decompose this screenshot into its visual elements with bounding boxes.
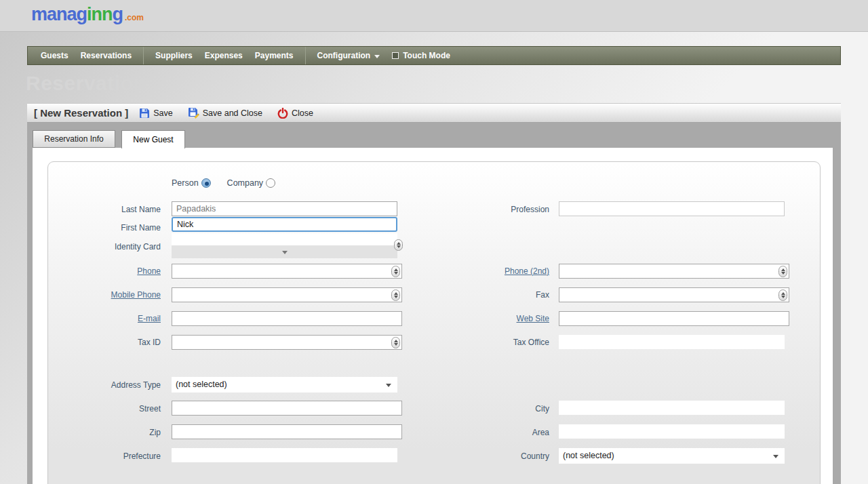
first-name-input[interactable] xyxy=(172,217,397,232)
logo-text-inn: inn xyxy=(87,4,113,24)
tab-new-guest[interactable]: New Guest xyxy=(121,130,185,148)
close-icon xyxy=(277,108,288,119)
person-radio[interactable] xyxy=(201,178,211,188)
fax-label: Fax xyxy=(434,289,549,300)
nav-item-configuration[interactable]: Configuration xyxy=(311,51,387,60)
company-radio[interactable] xyxy=(266,178,275,188)
nav-separator xyxy=(143,47,144,64)
mobile-phone-label-link[interactable]: Mobile Phone xyxy=(27,289,161,300)
chevron-down-icon xyxy=(386,384,391,387)
record-context-label: [ New Reservation ] xyxy=(34,107,128,119)
main-navbar: Guests Reservations Suppliers Expenses P… xyxy=(27,46,841,65)
tax-id-input[interactable] xyxy=(172,335,402,350)
close-button[interactable]: Close xyxy=(277,108,313,119)
city-label: City xyxy=(434,403,549,414)
identity-card-dropdown[interactable] xyxy=(172,245,397,258)
web-site-label-link[interactable]: Web Site xyxy=(434,313,549,324)
area-input[interactable] xyxy=(559,424,785,439)
company-radio-label: Company xyxy=(227,178,264,188)
configuration-label: Configuration xyxy=(317,51,371,60)
prefecture-input[interactable] xyxy=(172,448,397,462)
chevron-down-icon xyxy=(282,251,288,254)
identity-card-label: Identity Card xyxy=(27,241,161,252)
area-label: Area xyxy=(434,427,549,438)
phone-spinner[interactable] xyxy=(391,266,400,277)
phone-2nd-spinner[interactable] xyxy=(778,266,787,277)
app-screen: managinng.com Guests Reservations Suppli… xyxy=(0,0,868,484)
mobile-phone-spinner[interactable] xyxy=(391,289,400,301)
phone-2nd-input[interactable] xyxy=(559,264,789,279)
save-and-close-button[interactable]: Save and Close xyxy=(188,107,262,119)
save-button-label: Save xyxy=(153,108,173,118)
address-type-select[interactable]: (not selected) xyxy=(172,377,397,392)
tax-office-label: Tax Office xyxy=(434,337,549,348)
person-radio-label: Person xyxy=(172,178,199,188)
mobile-phone-input[interactable] xyxy=(172,287,402,302)
nav-item-guests[interactable]: Guests xyxy=(35,51,75,60)
zip-input[interactable] xyxy=(172,424,402,439)
close-button-label: Close xyxy=(292,108,313,118)
fax-input[interactable] xyxy=(559,287,789,302)
phone-2nd-label-link[interactable]: Phone (2nd) xyxy=(434,266,549,277)
save-button[interactable]: Save xyxy=(139,108,173,119)
city-input[interactable] xyxy=(559,401,785,415)
last-name-label: Last Name xyxy=(27,204,161,215)
country-select[interactable]: (not selected) xyxy=(559,448,785,464)
managinn-logo[interactable]: managinng.com xyxy=(31,4,144,25)
profession-input[interactable] xyxy=(559,201,785,216)
logo-text-com: .com xyxy=(125,13,144,22)
fax-spinner[interactable] xyxy=(778,289,787,301)
email-label-link[interactable]: E-mail xyxy=(27,313,161,324)
logo-text-g: g xyxy=(113,4,123,24)
nav-item-suppliers[interactable]: Suppliers xyxy=(149,51,199,60)
nav-item-expenses[interactable]: Expenses xyxy=(199,51,249,60)
tax-office-input[interactable] xyxy=(559,335,785,349)
chevron-down-icon xyxy=(374,55,380,58)
first-name-label: First Name xyxy=(27,222,161,233)
save-and-close-button-label: Save and Close xyxy=(203,108,262,118)
address-type-label: Address Type xyxy=(27,380,161,390)
tax-id-label: Tax ID xyxy=(27,337,161,348)
street-label: Street xyxy=(27,403,161,414)
address-type-value: (not selected) xyxy=(176,380,227,389)
record-toolbar: [ New Reservation ] Save Save and Clo xyxy=(27,103,841,123)
touch-mode-checkbox[interactable] xyxy=(392,52,399,59)
last-name-input[interactable] xyxy=(172,201,397,216)
tab-reservation-info[interactable]: Reservation Info xyxy=(33,130,115,148)
chevron-down-icon xyxy=(773,455,778,458)
country-label: Country xyxy=(434,451,549,462)
profession-label: Profession xyxy=(434,204,549,215)
country-value: (not selected) xyxy=(563,451,614,460)
nav-separator xyxy=(305,47,306,64)
touch-mode-label: Touch Mode xyxy=(403,51,450,60)
tax-id-spinner[interactable] xyxy=(391,337,400,348)
web-site-input[interactable] xyxy=(559,311,789,326)
zip-label: Zip xyxy=(27,427,161,438)
logo-text-manag: manag xyxy=(31,4,87,24)
prefecture-label: Prefecture xyxy=(27,451,161,462)
street-input[interactable] xyxy=(172,401,402,416)
save-icon xyxy=(139,108,150,119)
identity-card-input[interactable] xyxy=(172,233,397,245)
page-title: Reservation xyxy=(26,72,146,95)
nav-item-payments[interactable]: Payments xyxy=(249,51,300,60)
touch-mode-toggle[interactable]: Touch Mode xyxy=(386,51,456,60)
phone-label-link[interactable]: Phone xyxy=(27,266,161,277)
nav-item-reservations[interactable]: Reservations xyxy=(75,51,138,60)
identity-card-spinner[interactable] xyxy=(394,239,403,251)
entity-type-radio-group: Person Company xyxy=(172,178,275,188)
phone-input[interactable] xyxy=(172,264,402,279)
email-input[interactable] xyxy=(172,311,402,326)
save-and-close-icon xyxy=(188,107,199,119)
